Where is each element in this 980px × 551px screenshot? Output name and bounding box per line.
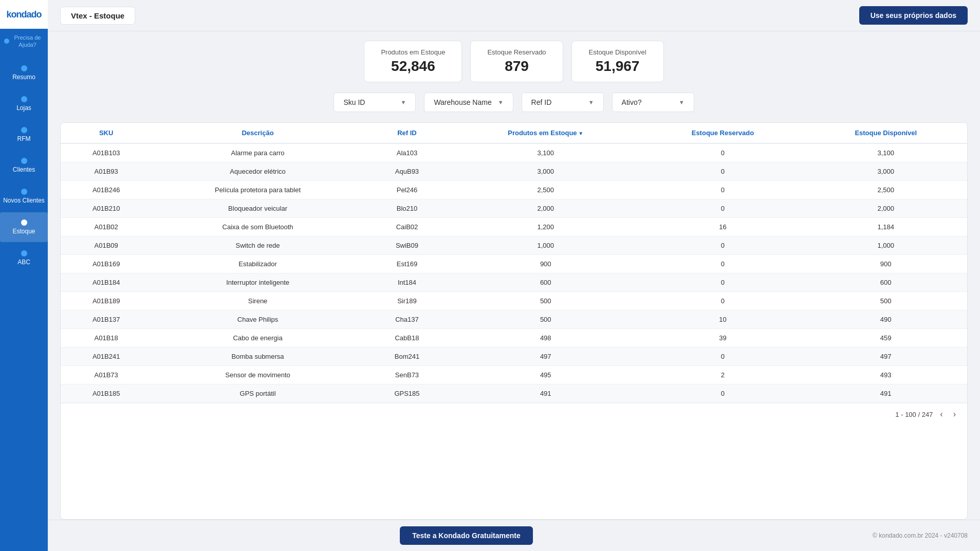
cell-estoque_reservado-3: 0 (641, 199, 804, 218)
cell-sku-6: A01B169 (61, 255, 152, 273)
cell-refid-13: GPS185 (364, 384, 450, 403)
main-content: Vtex - Estoque Use seus próprios dados P… (48, 0, 980, 551)
col-header-sku[interactable]: SKU (61, 123, 152, 143)
table-container: SKUDescriçãoRef IDProdutos em EstoqueEst… (60, 122, 968, 520)
filter-arrow-3: ▼ (679, 99, 685, 105)
cell-refid-10: CabB18 (364, 329, 450, 347)
cell-sku-12: A01B73 (61, 366, 152, 384)
cell-sku-2: A01B246 (61, 181, 152, 199)
cell-descricao-12: Sensor de movimento (152, 366, 364, 384)
copyright: © kondado.com.br 2024 - v240708 (873, 532, 968, 539)
cell-estoque_disponivel-11: 497 (804, 347, 967, 366)
sidebar-label-clientes: Clientes (13, 166, 35, 173)
sidebar-dot-estoque (21, 219, 27, 226)
col-header-estoque_disponivel[interactable]: Estoque Disponível (804, 123, 967, 143)
cell-estoque_reservado-13: 0 (641, 384, 804, 403)
table-row: A01B18Cabo de energiaCabB1849839459 (61, 329, 967, 347)
sidebar-label-abc: ABC (17, 259, 30, 266)
topbar: Vtex - Estoque Use seus próprios dados (48, 0, 980, 31)
cell-estoque_disponivel-4: 1,184 (804, 218, 967, 236)
cell-sku-0: A01B103 (61, 143, 152, 162)
cell-produtos_estoque-3: 2,000 (450, 199, 641, 218)
sidebar: kondado Precisa de Ajuda? ResumoLojasRFM… (0, 0, 48, 551)
filter-arrow-0: ▼ (401, 99, 406, 105)
pagination-next-button[interactable]: › (950, 409, 959, 420)
cell-refid-8: Sir189 (364, 292, 450, 310)
cell-refid-3: Blo210 (364, 199, 450, 218)
pagination: 1 - 100 / 247 ‹ › (61, 403, 967, 425)
cell-produtos_estoque-11: 497 (450, 347, 641, 366)
filter-label-1: Warehouse Name (434, 98, 491, 106)
sidebar-help[interactable]: Precisa de Ajuda? (0, 29, 48, 54)
cell-refid-5: SwiB09 (364, 236, 450, 255)
trial-button[interactable]: Teste a Kondado Gratuitamente (400, 526, 533, 545)
sidebar-dot-novos-clientes (21, 189, 27, 195)
filter-arrow-2: ▼ (588, 99, 594, 105)
cell-descricao-4: Caixa de som Bluetooth (152, 218, 364, 236)
col-header-descricao[interactable]: Descrição (152, 123, 364, 143)
sidebar-label-novos-clientes: Novos Clientes (3, 197, 45, 204)
cell-descricao-9: Chave Philips (152, 310, 364, 329)
cell-estoque_reservado-9: 10 (641, 310, 804, 329)
cell-produtos_estoque-8: 500 (450, 292, 641, 310)
use-own-data-button[interactable]: Use seus próprios dados (859, 6, 968, 25)
table-row: A01B241Bomba submersaBom2414970497 (61, 347, 967, 366)
sidebar-item-estoque[interactable]: Estoque (0, 212, 48, 242)
table-row: A01B09Switch de redeSwiB091,00001,000 (61, 236, 967, 255)
table-header: SKUDescriçãoRef IDProdutos em EstoqueEst… (61, 123, 967, 143)
sidebar-label-resumo: Resumo (12, 74, 35, 81)
cell-descricao-13: GPS portátil (152, 384, 364, 403)
stat-card-0: Produtos em Estoque52,846 (364, 41, 462, 82)
sidebar-item-resumo[interactable]: Resumo (0, 58, 48, 88)
col-header-produtos_estoque[interactable]: Produtos em Estoque (450, 123, 641, 143)
cell-produtos_estoque-4: 1,200 (450, 218, 641, 236)
table-row: A01B93Aquecedor elétricoAquB933,00003,00… (61, 162, 967, 181)
sidebar-item-clientes[interactable]: Clientes (0, 151, 48, 180)
sidebar-item-rfm[interactable]: RFM (0, 120, 48, 150)
filter-filter-warehouse[interactable]: Warehouse Name▼ (424, 93, 513, 112)
table-row: A01B210Bloqueador veicularBlo2102,00002,… (61, 199, 967, 218)
table-row: A01B189SireneSir1895000500 (61, 292, 967, 310)
filter-filter-refid[interactable]: Ref ID▼ (522, 93, 604, 112)
cell-estoque_reservado-7: 0 (641, 273, 804, 292)
table-row: A01B137Chave PhilipsCha13750010490 (61, 310, 967, 329)
filters-row: Sku ID▼Warehouse Name▼Ref ID▼Ativo?▼ (48, 82, 980, 112)
cell-estoque_reservado-6: 0 (641, 255, 804, 273)
cell-sku-13: A01B185 (61, 384, 152, 403)
cell-estoque_disponivel-1: 3,000 (804, 162, 967, 181)
cell-produtos_estoque-6: 900 (450, 255, 641, 273)
cell-estoque_reservado-5: 0 (641, 236, 804, 255)
help-dot (4, 39, 9, 44)
cell-estoque_reservado-10: 39 (641, 329, 804, 347)
cell-refid-4: CaiB02 (364, 218, 450, 236)
sidebar-logo: kondado (0, 0, 48, 29)
cell-estoque_disponivel-6: 900 (804, 255, 967, 273)
cell-descricao-11: Bomba submersa (152, 347, 364, 366)
cell-estoque_disponivel-7: 600 (804, 273, 967, 292)
stat-value-1: 879 (487, 58, 546, 75)
cell-estoque_disponivel-12: 493 (804, 366, 967, 384)
sidebar-item-abc[interactable]: ABC (0, 243, 48, 273)
table-header-row: SKUDescriçãoRef IDProdutos em EstoqueEst… (61, 123, 967, 143)
filter-filter-sku[interactable]: Sku ID▼ (334, 93, 416, 112)
cell-descricao-7: Interruptor inteligente (152, 273, 364, 292)
content-area: Produtos em Estoque52,846Estoque Reserva… (48, 31, 980, 520)
cell-refid-2: Pel246 (364, 181, 450, 199)
cell-estoque_disponivel-0: 3,100 (804, 143, 967, 162)
cell-descricao-6: Estabilizador (152, 255, 364, 273)
cell-estoque_disponivel-13: 491 (804, 384, 967, 403)
cell-sku-1: A01B93 (61, 162, 152, 181)
col-header-estoque_reservado[interactable]: Estoque Reservado (641, 123, 804, 143)
cell-sku-8: A01B189 (61, 292, 152, 310)
cell-estoque_disponivel-3: 2,000 (804, 199, 967, 218)
stat-label-1: Estoque Reservado (487, 48, 546, 56)
sidebar-item-lojas[interactable]: Lojas (0, 89, 48, 119)
cell-estoque_disponivel-2: 2,500 (804, 181, 967, 199)
col-header-refid[interactable]: Ref ID (364, 123, 450, 143)
cell-descricao-2: Película protetora para tablet (152, 181, 364, 199)
filter-filter-ativo[interactable]: Ativo?▼ (612, 93, 694, 112)
table-row: A01B185GPS portátilGPS1854910491 (61, 384, 967, 403)
sidebar-item-novos-clientes[interactable]: Novos Clientes (0, 181, 48, 211)
cell-sku-4: A01B02 (61, 218, 152, 236)
pagination-prev-button[interactable]: ‹ (937, 409, 946, 420)
